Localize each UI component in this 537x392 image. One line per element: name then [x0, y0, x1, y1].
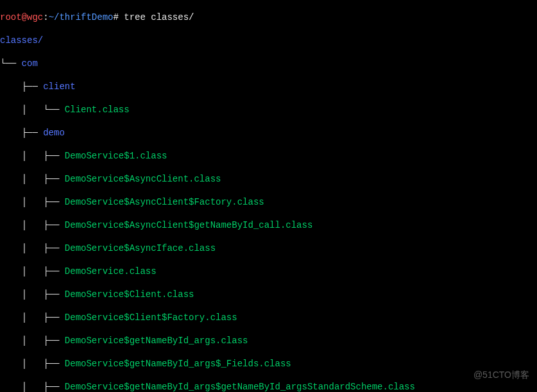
tree-branch: │ ├── [0, 289, 65, 300]
tree-branch: ├── [0, 128, 43, 138]
command-text: tree classes/ [119, 12, 194, 22]
tree-branch: │ ├── [0, 336, 65, 346]
tree-branch: │ ├── [0, 382, 65, 392]
tree-branch: │ ├── [0, 243, 65, 253]
tree-branch: │ ├── [0, 220, 65, 230]
prompt-sep: : [43, 12, 48, 22]
file-item: DemoService$AsyncClient$getNameById_call… [65, 220, 312, 230]
dir-com: com [22, 58, 38, 69]
file-item: DemoService.class [65, 266, 157, 277]
prompt-line[interactable]: root@wgc:~/thriftDemo# tree classes/ [0, 12, 537, 23]
file-item: DemoService$Client.class [65, 289, 194, 300]
dir-demo: demo [43, 128, 65, 138]
tree-branch: ├── [0, 81, 43, 92]
file-item: DemoService$AsyncClient.class [65, 174, 221, 184]
prompt-cwd: ~/thriftDemo [49, 12, 114, 22]
prompt-userhost: root@wgc [0, 12, 43, 22]
file-item: DemoService$getNameById_args.class [65, 336, 248, 346]
tree-branch: └── [0, 58, 22, 69]
terminal-output: root@wgc:~/thriftDemo# tree classes/ cla… [0, 0, 537, 392]
tree-branch: │ ├── [0, 312, 65, 323]
dir-client: client [43, 81, 75, 92]
tree-branch: │ ├── [0, 266, 65, 277]
file-item: DemoService$AsyncClient$Factory.class [65, 197, 264, 207]
file-item: DemoService$1.class [65, 151, 167, 161]
root-directory: classes/ [0, 35, 43, 46]
file-item: DemoService$getNameById_args$_Fields.cla… [65, 359, 291, 369]
tree-branch: │ ├── [0, 359, 65, 369]
tree-branch: │ ├── [0, 151, 65, 161]
file-item: DemoService$Client$Factory.class [65, 312, 237, 323]
prompt-hash: # [113, 12, 118, 22]
file-item: DemoService$AsyncIface.class [65, 243, 216, 253]
file-item: DemoService$getNameById_args$getNameById… [65, 382, 415, 392]
tree-branch: │ └── [0, 105, 65, 115]
file-client: Client.class [65, 105, 130, 115]
tree-branch: │ ├── [0, 174, 65, 184]
tree-branch: │ ├── [0, 197, 65, 207]
